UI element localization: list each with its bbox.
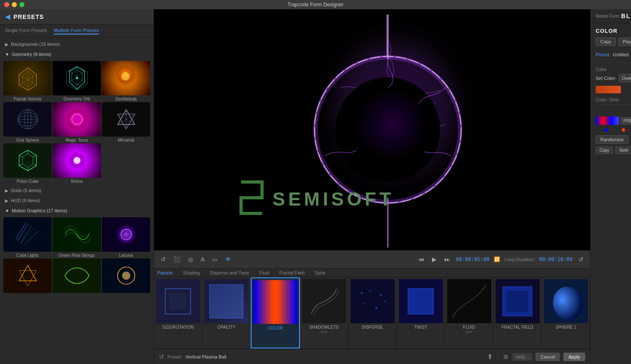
blocks-label: BLOCKS xyxy=(621,13,631,19)
help-btn[interactable]: Help... xyxy=(512,353,532,361)
skip-fwd-btn[interactable]: ⏭ xyxy=(443,255,452,264)
set-color-dropdown[interactable]: Over X ▼ xyxy=(619,74,631,82)
block-disperse[interactable]: DISPERSE xyxy=(348,277,397,348)
preset-thumb-magic-torus xyxy=(53,102,101,137)
eye-btn[interactable]: 👁 xyxy=(223,255,233,264)
radio-btn[interactable]: ◎ xyxy=(186,255,195,264)
block-label-shadowlets: SHADOWLETS xyxy=(309,325,339,330)
presets-label: PRESETS xyxy=(623,119,631,123)
tab-particle[interactable]: Particle xyxy=(157,270,173,275)
preset-item-cube-lights[interactable]: Cube Lights xyxy=(3,217,52,258)
preset-item-geonebula[interactable]: GeoNebula xyxy=(102,61,150,101)
svg-point-69 xyxy=(384,301,386,302)
tab-fluid[interactable]: Fluid xyxy=(259,270,269,275)
category-geometry[interactable]: ▼ Geometry (8 items) xyxy=(0,49,154,59)
fractal-volume-svg xyxy=(8,64,47,92)
svg-point-64 xyxy=(361,292,363,294)
preset-item-mirramid[interactable]: Mirramid xyxy=(102,102,150,142)
shadowlets-visual xyxy=(303,280,345,322)
motion-graphics-grid: Cube Lights Green Flow Strings xyxy=(0,216,154,296)
camera-btn[interactable]: ⬛ xyxy=(172,255,182,264)
arrow-icon: ▶ xyxy=(5,188,8,193)
tab-disperse-twist[interactable]: Disperse and Twist xyxy=(210,270,249,275)
tab-sphere[interactable]: Sphe xyxy=(315,270,326,275)
maximize-button[interactable] xyxy=(19,2,24,7)
preset-item-magic-torus[interactable]: Magic Torus xyxy=(53,102,101,142)
preset-item-grid-sphere[interactable]: Grid Sphere xyxy=(3,102,52,142)
timecode: 00:00:05:00 xyxy=(456,256,489,262)
category-hud[interactable]: ▶ HUD (9 items) xyxy=(0,195,154,206)
tab-shading[interactable]: Shading xyxy=(183,270,200,275)
block-thumb-size-rotation xyxy=(156,279,200,323)
presets-dropdown[interactable]: PRESETS ▼ xyxy=(620,117,631,124)
preset-label-prism-cube: Prism Cube xyxy=(16,179,38,184)
gradient-stop-2[interactable] xyxy=(622,128,625,132)
preset-thumb-prism-cube xyxy=(3,143,52,178)
preset-item-shrine[interactable]: Shrine xyxy=(53,143,101,184)
block-opacity[interactable]: OPACITY xyxy=(202,277,251,348)
preset-item-green-flow-strings[interactable]: Green Flow Strings xyxy=(53,217,101,258)
preset-item-prism-cube[interactable]: Prism Cube xyxy=(3,143,52,184)
block-shadowlets[interactable]: SHADOWLETS OFF xyxy=(300,277,348,348)
category-motion-graphics[interactable]: ▼ Motion Graphics (17 items) xyxy=(0,206,154,216)
preset-item-mg4[interactable] xyxy=(3,258,52,294)
color-swatch-row[interactable] xyxy=(596,86,631,93)
text-btn[interactable]: A xyxy=(199,255,206,264)
gradient-stop-1[interactable] xyxy=(604,128,608,132)
save-icon[interactable]: ⬆ xyxy=(487,353,493,361)
main-layout: ◀ PRESETS Single Form Presets Multiple F… xyxy=(0,9,631,364)
preset-label: Preset: xyxy=(596,52,610,57)
block-fractal-field[interactable]: FRACTAL FIELD xyxy=(493,277,542,348)
block-tabs-header: Particle Shading Disperse and Twist Flui… xyxy=(154,269,590,277)
rect-btn[interactable]: ▭ xyxy=(210,255,219,264)
preset-list: ▶ Backgrounds (16 items) ▼ Geometry (8 i… xyxy=(0,37,154,364)
gradient-bar[interactable] xyxy=(596,116,619,125)
minimize-button[interactable] xyxy=(12,2,17,7)
preset-tabs: Single Form Presets Multiple Form Preset… xyxy=(0,24,154,37)
preset-item-geometry-orb[interactable]: Geometry Orb xyxy=(53,61,101,101)
preset-item-lacuna[interactable]: Lacuna xyxy=(102,217,150,258)
mg6-svg xyxy=(107,262,146,290)
category-grids[interactable]: ▶ Grids (5 items) xyxy=(0,185,154,195)
close-button[interactable] xyxy=(4,2,9,7)
undo-transport-btn[interactable]: ↺ xyxy=(159,255,167,264)
geonebula-svg xyxy=(107,64,146,92)
reset-transport-btn[interactable]: ↺ xyxy=(577,255,585,264)
block-fluid[interactable]: FLUID OFF xyxy=(445,277,493,348)
block-color[interactable]: COLOR xyxy=(251,277,300,348)
preset-thumb-mg4 xyxy=(3,258,52,293)
magic-torus-svg xyxy=(58,106,96,133)
multiple-form-tab[interactable]: Multiple Form Presets xyxy=(54,27,99,34)
svg-rect-61 xyxy=(209,285,243,318)
tab-fractal-field[interactable]: Fractal Field xyxy=(279,270,305,275)
reset-btn[interactable]: ↺ xyxy=(159,353,164,360)
status-preset-label: Preset: xyxy=(167,354,182,359)
play-btn[interactable]: ▶ xyxy=(430,255,438,264)
randomize-btn[interactable]: Randomize xyxy=(596,135,628,144)
copy-btn[interactable]: Copy xyxy=(596,37,616,46)
loop-icon[interactable]: 🔁 xyxy=(493,256,500,263)
note-btn[interactable]: Note xyxy=(615,147,631,154)
color-label: Color xyxy=(596,67,607,72)
color-section-title: COLOR xyxy=(596,28,618,34)
block-size-rotation[interactable]: SIZE/ROTATION xyxy=(154,277,202,348)
category-backgrounds[interactable]: ▶ Backgrounds (16 items) xyxy=(0,39,154,49)
window-controls[interactable] xyxy=(4,2,24,7)
preset-item-fractal-volume[interactable]: Fractal Volume xyxy=(3,61,52,101)
single-form-tab[interactable]: Single Form Presets xyxy=(5,27,47,34)
preset-label-geonebula: GeoNebula xyxy=(115,97,137,101)
skip-back-btn[interactable]: ⏮ xyxy=(417,255,426,264)
paste-btn[interactable]: Paste xyxy=(618,37,631,46)
preset-item-mg5[interactable] xyxy=(53,258,101,294)
color-over-text: Color: Over xyxy=(596,97,619,102)
preset-item-mg6[interactable] xyxy=(102,258,150,294)
back-icon[interactable]: ◀ xyxy=(5,13,10,21)
cancel-btn[interactable]: Cancel xyxy=(536,353,560,361)
color-swatch[interactable] xyxy=(596,86,621,93)
block-twist[interactable]: TWIST xyxy=(397,277,445,348)
gear-icon[interactable]: ⚙ xyxy=(503,353,509,360)
block-sphere-1[interactable]: SPHERE 1 xyxy=(542,277,590,348)
grid-sphere-svg xyxy=(8,106,47,133)
apply-btn[interactable]: Apply xyxy=(563,353,585,361)
copy-btn-2[interactable]: Copy xyxy=(596,147,613,154)
